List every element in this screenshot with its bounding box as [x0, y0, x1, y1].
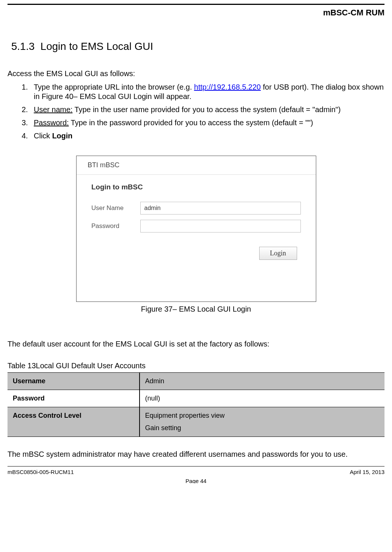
login-screenshot: BTI mBSC Login to mBSC User Name Passwor… — [76, 156, 316, 302]
table-row: Password (null) — [8, 390, 384, 407]
cell-password-value: (null) — [140, 390, 384, 407]
figure: BTI mBSC Login to mBSC User Name Passwor… — [8, 156, 384, 314]
cell-username-label: Username — [8, 373, 140, 390]
username-label: User name: — [34, 105, 72, 114]
password-input[interactable] — [140, 220, 301, 232]
page-header: mBSC-CM RUM — [8, 4, 384, 20]
login-window-title: BTI mBSC — [77, 156, 316, 175]
password-field-label: Password — [92, 222, 140, 230]
step-3: Password: Type in the password provided … — [30, 118, 384, 128]
table-row: Access Control Level Equipment propertie… — [8, 407, 384, 437]
figure-caption: Figure 37– EMS Local GUI Login — [8, 305, 384, 314]
section-heading: 5.1.3 Login to EMS Local GUI — [8, 40, 384, 52]
password-row: Password — [92, 220, 301, 232]
login-button[interactable]: Login — [259, 247, 297, 260]
cell-password-label: Password — [8, 390, 140, 407]
user-row: User Name — [92, 202, 301, 214]
accounts-table: Username Admin Password (null) Access Co… — [8, 372, 384, 437]
intro-text: Access the EMS Local GUI as follows: — [8, 69, 384, 78]
step-1: Type the appropriate URL into the browse… — [30, 82, 384, 101]
table-caption: Table 13Local GUI Default User Accounts — [8, 362, 384, 370]
user-input[interactable] — [140, 202, 301, 214]
cell-username-value: Admin — [140, 373, 384, 390]
steps-list: Type the appropriate URL into the browse… — [30, 82, 384, 141]
step-2: User name: Type in the user name provide… — [30, 105, 384, 114]
page-footer: mBSC0850i-005-RUCM11 April 15, 2013 Page… — [8, 466, 384, 483]
header-title: mBSC-CM RUM — [323, 8, 384, 17]
user-label: User Name — [92, 204, 140, 212]
section-title: Login to EMS Local GUI — [41, 40, 153, 52]
login-subtitle: Login to mBSC — [92, 183, 301, 191]
cell-acl-value: Equipment properties view Gain setting — [140, 407, 384, 437]
cell-acl-label: Access Control Level — [8, 407, 140, 437]
admin-note: The mBSC system administrator may have c… — [8, 450, 384, 459]
footer-date: April 15, 2013 — [350, 469, 384, 475]
footer-doc-id: mBSC0850i-005-RUCM11 — [8, 469, 74, 475]
url-link[interactable]: http://192.168.5.220 — [194, 83, 261, 91]
default-account-desc: The default user account for the EMS Loc… — [8, 340, 384, 348]
password-label: Password: — [34, 118, 69, 127]
step-4: Click Login — [30, 131, 384, 141]
table-row: Username Admin — [8, 373, 384, 390]
section-number: 5.1.3 — [11, 40, 35, 52]
